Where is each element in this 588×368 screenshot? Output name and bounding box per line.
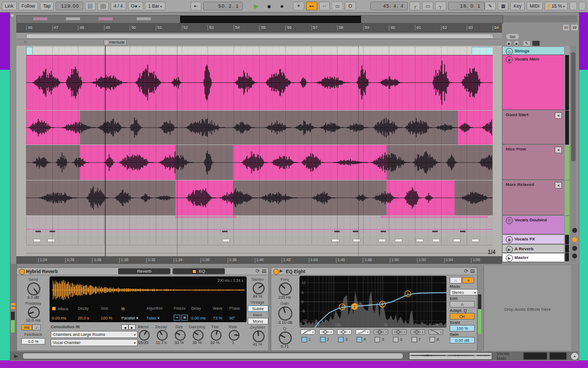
eq-band-3[interactable]: ▾3 xyxy=(336,329,354,343)
track-header-vocals-fx[interactable]: ◉Vocals FX xyxy=(502,235,564,244)
clip-overview[interactable] xyxy=(409,352,493,360)
edit-ab-button[interactable]: A xyxy=(450,301,475,307)
band-shape-select[interactable]: ▾ xyxy=(373,329,388,335)
send-knob[interactable] xyxy=(27,282,40,295)
decay-knob[interactable] xyxy=(157,330,168,341)
next-locator-button[interactable]: ◆ xyxy=(513,40,519,46)
loop-end-marker-icon[interactable]: ◁ xyxy=(490,33,493,38)
scale-field[interactable]: 100 % xyxy=(450,325,475,331)
fx-clip[interactable] xyxy=(353,239,360,242)
resize-triangle-icon[interactable]: ▶ xyxy=(14,353,18,359)
cpu-meter[interactable]: 15 %▾ xyxy=(544,2,568,10)
track-row-a-reverb[interactable] xyxy=(26,245,493,253)
clip-detail-display[interactable] xyxy=(549,352,567,360)
arrangement-position-field[interactable]: 50. 2. 1 xyxy=(203,2,243,10)
track-name[interactable]: More Relaxed xyxy=(506,182,534,187)
nav-button[interactable] xyxy=(572,246,577,251)
scrub-area[interactable]: ◁ xyxy=(16,33,502,39)
band-enable-checkbox[interactable] xyxy=(357,337,362,342)
scrollbar-thumb[interactable] xyxy=(571,52,575,161)
draw-automation-button[interactable]: ✎ xyxy=(523,40,531,46)
device-on-icon[interactable] xyxy=(273,269,279,275)
optimize-width-button[interactable]: W xyxy=(571,24,579,31)
strings-clip[interactable] xyxy=(471,47,493,55)
tab-eq[interactable]: EQ xyxy=(173,268,225,274)
track-row-vocals-main[interactable] xyxy=(26,55,493,110)
hot-swap-icon[interactable]: ⟳ xyxy=(255,268,260,274)
hybrid-reverb-titlebar[interactable]: Hybrid Reverb Reverb EQ ⟳ ▤ xyxy=(17,268,268,275)
rate-knob-value[interactable]: 1 xyxy=(223,340,243,345)
band-enable-checkbox[interactable] xyxy=(338,337,344,342)
nudge-down-icon[interactable]: ||| xyxy=(85,2,96,10)
fx-clip[interactable] xyxy=(395,239,402,242)
play-track-icon[interactable]: ▶ xyxy=(506,246,513,253)
dry-wet-value[interactable]: 41 % xyxy=(248,342,267,347)
track-name[interactable]: A Reverb xyxy=(514,246,534,251)
tempo-field[interactable]: 129.00 xyxy=(56,2,83,10)
band-enable-checkbox[interactable] xyxy=(430,337,435,342)
note-sync-toggle[interactable]: ♪ xyxy=(32,324,41,330)
fx-clip[interactable] xyxy=(33,239,41,242)
fx-clip[interactable] xyxy=(47,239,55,242)
freq-knob[interactable] xyxy=(279,282,292,295)
time-ruler[interactable]: 1:241:261:281:301:321:341:361:381:401:42… xyxy=(16,256,502,264)
loop-start-field[interactable]: 45. 4. 4 xyxy=(370,2,408,10)
save-preset-icon[interactable]: ▤ xyxy=(470,268,475,274)
track-name[interactable]: Vocals FX xyxy=(514,237,535,242)
re-enable-automation-icon[interactable]: ↩ xyxy=(319,2,330,10)
decay-knob-value[interactable]: 11.7 s xyxy=(151,340,171,345)
lane-audition-speaker-icon[interactable]: ◄ xyxy=(555,112,562,119)
computer-midi-keyboard-icon[interactable]: ▦ xyxy=(498,2,509,10)
track-header-good-start[interactable]: Good Start◄ xyxy=(502,111,564,144)
nav-button-active[interactable] xyxy=(572,237,577,242)
play-track-icon[interactable]: ▶ xyxy=(506,255,513,262)
fold-track-icon[interactable]: ◉ xyxy=(506,236,513,243)
hot-swap-icon[interactable]: ⟳ xyxy=(464,268,468,274)
loop-switch-icon[interactable]: O xyxy=(345,2,356,10)
param-attack[interactable]: Attack0.00 ms xyxy=(52,306,78,321)
tide-knob[interactable] xyxy=(211,330,222,341)
track-header-master[interactable]: ▶Master xyxy=(502,254,564,262)
param-size[interactable]: Size100 % xyxy=(101,306,121,321)
fold-device-icon[interactable]: ▶ xyxy=(280,269,283,273)
punch-out-icon[interactable]: ╮ xyxy=(435,2,446,10)
window-fold-icon[interactable]: ▼ xyxy=(10,13,15,19)
reverb-display[interactable]: 290 ms / 1.34 s Attack0.00 msDecay20.0 s… xyxy=(50,276,247,322)
metronome-button[interactable]: O●▾ xyxy=(128,2,144,10)
band-enable-checkbox[interactable] xyxy=(412,337,417,342)
overview-viewport[interactable] xyxy=(180,16,361,23)
track-name[interactable]: Master xyxy=(514,255,529,260)
audition-headphone-icon[interactable]: ∩ xyxy=(450,277,462,283)
arrangement-loop-brace[interactable] xyxy=(26,34,494,39)
stereo-value[interactable]: 84 % xyxy=(248,294,267,299)
track-row-strings[interactable] xyxy=(26,47,493,55)
eq-band-7[interactable]: ▾7 xyxy=(409,329,427,343)
follow-playhead-icon[interactable]: ⇤ xyxy=(191,2,202,10)
band-shape-select[interactable]: ▾ xyxy=(411,329,425,335)
key-map-button[interactable]: Key xyxy=(510,2,525,10)
band-shape-select[interactable]: ▾ xyxy=(356,329,370,335)
track-name[interactable]: Good Start xyxy=(506,112,528,117)
stereo-knob[interactable] xyxy=(253,282,265,294)
param-freeze[interactable]: Freeze➔▣ xyxy=(174,306,191,321)
blend-knob[interactable] xyxy=(139,330,150,341)
quantization-menu[interactable]: 1 Bar▾ xyxy=(145,2,165,10)
track-name[interactable]: Vocals Doubled xyxy=(514,218,547,222)
arrangement-loop-icon[interactable]: ▭ xyxy=(422,2,433,10)
predelay-value[interactable]: 10.0 ms xyxy=(21,318,45,323)
fx-clip[interactable] xyxy=(453,239,461,242)
track-header-nice-flow[interactable]: Nice Flow◄ xyxy=(502,145,564,180)
optimize-height-button[interactable]: H xyxy=(562,24,569,31)
track-name[interactable]: Nice Flow xyxy=(506,147,526,152)
band-shape-select[interactable]: ▾ xyxy=(337,329,352,335)
take-lane-good-start[interactable] xyxy=(26,111,493,144)
eq-display[interactable]: 12341260-6-121001k10k xyxy=(299,276,446,328)
ms-toggle[interactable]: ms xyxy=(21,324,32,330)
eq-band-8[interactable]: ▾8 xyxy=(427,329,445,343)
tap-tempo-button[interactable]: Tap xyxy=(40,2,54,10)
automation-mode-button[interactable] xyxy=(532,40,540,46)
band-shape-select[interactable]: ▾ xyxy=(319,329,334,335)
fx-clip[interactable] xyxy=(471,239,479,242)
param-parallel[interactable]: ⧉Parallel ▾ xyxy=(121,306,146,321)
draw-mode-icon[interactable]: ✎ xyxy=(485,2,496,10)
